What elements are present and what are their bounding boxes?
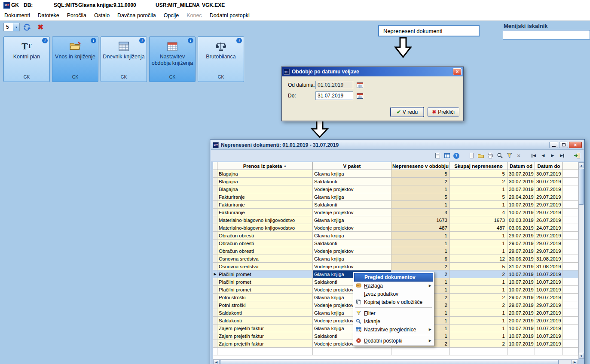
- chevron-down-icon[interactable]: ▼: [13, 23, 19, 31]
- cell[interactable]: 1: [450, 317, 507, 325]
- table-row[interactable]: FakturiranjeGlavna knjiga5529.04.201929.…: [213, 193, 578, 201]
- vertical-scrollbar-thumb[interactable]: [579, 169, 584, 205]
- clear-filter-icon[interactable]: ×: [514, 152, 523, 160]
- context-menu-item-dodatni-postopki[interactable]: Dodatni postopki▶: [354, 337, 433, 345]
- cell[interactable]: 1: [391, 240, 450, 247]
- tile-dnevnik-knjiženja[interactable]: iDnevnik knjiženjaGK: [101, 36, 147, 82]
- new-page-icon[interactable]: [467, 152, 476, 160]
- info-icon[interactable]: i: [236, 38, 242, 43]
- cell[interactable]: 29.07.2019: [507, 240, 535, 247]
- cell[interactable]: 30.07.2019: [535, 170, 563, 178]
- cell[interactable]: 29.07.2019: [507, 232, 535, 240]
- cell[interactable]: Glavna knjiga: [313, 232, 391, 240]
- scroll-left-icon[interactable]: ◀: [213, 360, 220, 364]
- cell[interactable]: 2: [450, 270, 507, 278]
- row-selector[interactable]: [213, 185, 217, 193]
- cell[interactable]: 1673: [450, 216, 507, 224]
- minimize-button[interactable]: [549, 142, 558, 148]
- menu-opcije[interactable]: Opcije: [160, 11, 183, 20]
- clear-button[interactable]: ✖: [35, 22, 46, 32]
- cell[interactable]: 4: [391, 209, 450, 216]
- ok-button[interactable]: ✔ V redu: [391, 107, 424, 117]
- cell[interactable]: 29.07.2019: [507, 247, 535, 255]
- zoom-icon[interactable]: [495, 152, 504, 160]
- to-date-calendar-button[interactable]: [355, 91, 364, 100]
- cell[interactable]: 31.08.2019: [535, 255, 563, 263]
- column-header-skupaj-nepreneseno[interactable]: Skupaj nepreneseno: [450, 162, 507, 170]
- cell[interactable]: Plačilni promet: [217, 270, 313, 278]
- table-row[interactable]: Obračun obrestiVodenje projektov1129.07.…: [213, 247, 578, 255]
- row-selector[interactable]: [213, 209, 217, 216]
- cell[interactable]: Saldakonti: [217, 309, 313, 317]
- cell[interactable]: Saldakonti: [313, 178, 391, 185]
- cell[interactable]: 10.07.2019: [507, 270, 535, 278]
- maximize-button[interactable]: [559, 142, 568, 148]
- cell[interactable]: 6: [391, 255, 450, 263]
- cell[interactable]: 2: [391, 178, 450, 185]
- cell[interactable]: 29.07.2019: [535, 247, 563, 255]
- help-icon[interactable]: ?: [452, 152, 461, 160]
- row-selector[interactable]: [213, 301, 217, 309]
- cell[interactable]: 4: [450, 209, 507, 216]
- cell[interactable]: 29.07.2019: [535, 232, 563, 240]
- column-header-datum-do[interactable]: Datum do: [535, 162, 563, 170]
- from-date-input[interactable]: [315, 81, 353, 89]
- cell[interactable]: 20.07.2019: [535, 309, 563, 317]
- cell[interactable]: 03.06.2019: [507, 224, 535, 232]
- dialog-close-button[interactable]: ×: [453, 68, 462, 75]
- cell[interactable]: 1: [391, 185, 450, 193]
- next-record-icon[interactable]: ▶: [548, 152, 557, 160]
- cell[interactable]: Potni stroški: [217, 294, 313, 301]
- info-icon[interactable]: i: [91, 38, 96, 43]
- row-selector[interactable]: [213, 224, 217, 232]
- cell[interactable]: Obračun obresti: [217, 240, 313, 247]
- cell[interactable]: Obračun obresti: [217, 232, 313, 240]
- cell[interactable]: 29.07.2019: [535, 301, 563, 309]
- cell[interactable]: 20.07.2019: [507, 309, 535, 317]
- cell[interactable]: 29.07.2019: [535, 201, 563, 209]
- cell[interactable]: 29.07.2019: [535, 209, 563, 216]
- cell[interactable]: 31.08.2019: [535, 263, 563, 270]
- cell[interactable]: 10.07.2019: [507, 201, 535, 209]
- cell[interactable]: 1: [450, 247, 507, 255]
- tile-vnos-in-knjiženje[interactable]: iVnos in knjiženjeGK: [52, 36, 98, 82]
- row-selector[interactable]: [213, 247, 217, 255]
- cell[interactable]: 1: [450, 201, 507, 209]
- scroll-right-icon[interactable]: ▶: [572, 360, 578, 364]
- row-selector[interactable]: [213, 278, 217, 286]
- cell[interactable]: 29.07.2019: [507, 294, 535, 301]
- window-titlebar[interactable]: MIT Nepreneseni dokumenti: 01.01.2019 - …: [211, 140, 584, 150]
- close-button[interactable]: ×: [569, 142, 582, 148]
- cell[interactable]: 2: [450, 340, 507, 348]
- cell[interactable]: Fakturiranje: [217, 209, 313, 216]
- cell[interactable]: 29.07.2019: [535, 240, 563, 247]
- row-selector[interactable]: [213, 332, 217, 340]
- cell[interactable]: 2: [450, 178, 507, 185]
- from-date-calendar-button[interactable]: [355, 81, 364, 89]
- horizontal-scrollbar[interactable]: ◀ ▶: [213, 359, 578, 364]
- cell[interactable]: 5: [450, 193, 507, 201]
- cell[interactable]: Osnovna sredstva: [217, 255, 313, 263]
- prev-record-icon[interactable]: ◀: [539, 152, 547, 160]
- cell[interactable]: Blagajna: [217, 170, 313, 178]
- cell[interactable]: Materialno-blagovno knjigovodstvo: [217, 224, 313, 232]
- cell[interactable]: 1: [450, 286, 507, 294]
- cell[interactable]: 20.07.2019: [535, 317, 563, 325]
- row-selector[interactable]: [213, 216, 217, 224]
- menu-search-input[interactable]: [503, 30, 590, 39]
- cell[interactable]: Saldakonti: [217, 317, 313, 325]
- cell[interactable]: Blagajna: [217, 185, 313, 193]
- menu-datoteke[interactable]: Datoteke: [34, 11, 63, 20]
- cell[interactable]: 10.07.2019: [535, 332, 563, 340]
- cell[interactable]: 5: [450, 263, 507, 270]
- cell[interactable]: 10.07.2019: [507, 209, 535, 216]
- cell[interactable]: Potni stroški: [217, 301, 313, 309]
- row-selector[interactable]: [213, 255, 217, 263]
- exit-icon[interactable]: [573, 152, 581, 160]
- cancel-button[interactable]: ✖ Prekliči: [427, 107, 459, 117]
- row-selector[interactable]: [213, 240, 217, 247]
- scroll-up-icon[interactable]: ▲: [579, 162, 584, 168]
- context-menu-item-razlaga[interactable]: Razlaga▶: [354, 282, 433, 290]
- cell[interactable]: 1: [450, 332, 507, 340]
- cell[interactable]: 1: [450, 309, 507, 317]
